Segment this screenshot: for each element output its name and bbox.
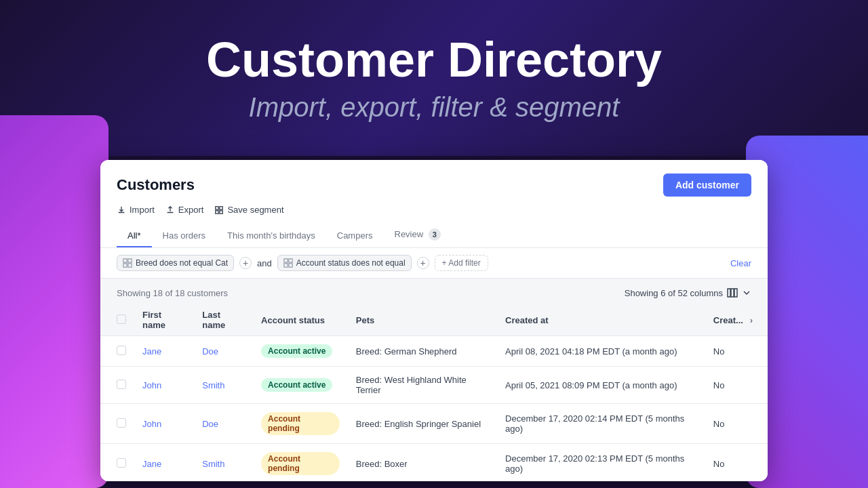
status-badge-0: Account active bbox=[261, 344, 332, 358]
svg-rect-14 bbox=[734, 289, 737, 297]
col-extra[interactable]: Creat... › bbox=[705, 304, 768, 336]
svg-rect-4 bbox=[123, 259, 127, 262]
svg-rect-8 bbox=[284, 259, 288, 262]
page-title: Customers bbox=[117, 176, 195, 194]
row-first-name: Jane bbox=[134, 336, 194, 367]
row-extra: No bbox=[705, 444, 768, 482]
svg-rect-3 bbox=[220, 210, 222, 213]
svg-rect-5 bbox=[128, 259, 132, 262]
table-wrap: First name Last name Account status Pets… bbox=[100, 304, 768, 481]
svg-rect-6 bbox=[123, 264, 127, 267]
last-name-link-1[interactable]: Smith bbox=[202, 380, 224, 390]
title-row: Customers Add customer bbox=[117, 174, 751, 197]
import-button[interactable]: Import bbox=[117, 205, 155, 215]
last-name-link-0[interactable]: Doe bbox=[202, 346, 218, 357]
tab-all[interactable]: All* bbox=[117, 225, 152, 247]
row-extra: No bbox=[705, 404, 768, 444]
row-pets: Breed: German Shepherd bbox=[348, 336, 497, 367]
svg-rect-1 bbox=[220, 206, 222, 209]
table-meta: Showing 18 of 18 customers Showing 6 of … bbox=[100, 279, 768, 304]
svg-rect-2 bbox=[216, 210, 218, 213]
clear-filters-button[interactable]: Clear bbox=[730, 258, 751, 268]
row-checkbox-cell bbox=[100, 336, 134, 367]
tab-birthdays[interactable]: This month's birthdays bbox=[216, 225, 326, 247]
col-created-at[interactable]: Created at bbox=[497, 304, 705, 336]
last-name-link-2[interactable]: Doe bbox=[202, 419, 218, 429]
import-icon bbox=[117, 205, 126, 215]
svg-rect-12 bbox=[728, 289, 730, 297]
table-row: Jane Doe Account active Breed: German Sh… bbox=[100, 336, 768, 367]
save-segment-button[interactable]: Save segment bbox=[214, 205, 283, 215]
row-pets: Breed: English Springer Spaniel bbox=[348, 404, 497, 444]
last-name-link-3[interactable]: Smith bbox=[202, 459, 224, 469]
filter-grid-icon-1 bbox=[123, 258, 132, 268]
card-header: Customers Add customer Import Export Sav… bbox=[100, 160, 768, 248]
svg-rect-10 bbox=[284, 264, 288, 267]
table-row: John Smith Account active Breed: West Hi… bbox=[100, 367, 768, 404]
row-last-name: Smith bbox=[194, 444, 253, 482]
row-checkbox-2[interactable] bbox=[117, 418, 126, 428]
row-last-name: Smith bbox=[194, 367, 253, 404]
scroll-right-arrow[interactable]: › bbox=[743, 312, 760, 328]
filter-chip-1[interactable]: Breed does not equal Cat bbox=[117, 255, 234, 271]
tab-campers[interactable]: Campers bbox=[326, 225, 384, 247]
row-pets: Breed: Boxer bbox=[348, 444, 497, 482]
header-row: First name Last name Account status Pets… bbox=[100, 304, 768, 336]
row-first-name: John bbox=[134, 404, 194, 444]
hero-title: Customer Directory bbox=[206, 33, 662, 87]
row-account-status: Account active bbox=[253, 367, 348, 404]
tab-review[interactable]: Review 3 bbox=[384, 223, 452, 247]
col-pets[interactable]: Pets bbox=[348, 304, 497, 336]
filter-chip-2-label: Account status does not equal bbox=[296, 258, 406, 268]
svg-rect-9 bbox=[289, 259, 292, 262]
select-all-checkbox[interactable] bbox=[117, 314, 126, 324]
row-account-status: Account pending bbox=[253, 444, 348, 482]
svg-rect-0 bbox=[216, 206, 218, 209]
col-first-name[interactable]: First name bbox=[134, 304, 194, 336]
filter-chip-2[interactable]: Account status does not equal bbox=[277, 255, 412, 271]
row-account-status: Account pending bbox=[253, 404, 348, 444]
table-row: John Doe Account pending Breed: English … bbox=[100, 404, 768, 444]
table-row: Jane Smith Account pending Breed: Boxer … bbox=[100, 444, 768, 482]
toolbar: Import Export Save segment bbox=[117, 205, 751, 215]
first-name-link-3[interactable]: Jane bbox=[142, 459, 161, 469]
row-pets: Breed: West Highland White Terrier bbox=[348, 367, 497, 404]
table-body: Jane Doe Account active Breed: German Sh… bbox=[100, 336, 768, 482]
filter-chip-1-label: Breed does not equal Cat bbox=[136, 258, 228, 268]
row-last-name: Doe bbox=[194, 336, 253, 367]
row-checkbox-3[interactable] bbox=[117, 458, 126, 468]
first-name-link-0[interactable]: Jane bbox=[142, 346, 161, 357]
status-badge-2: Account pending bbox=[261, 412, 340, 435]
row-created-at: April 05, 2021 08:09 PM EDT (a month ago… bbox=[497, 367, 705, 404]
hero-subtitle: Import, export, filter & segment bbox=[249, 92, 620, 123]
columns-button[interactable]: Showing 6 of 52 columns bbox=[625, 287, 751, 299]
app-card: Customers Add customer Import Export Sav… bbox=[100, 160, 768, 481]
row-first-name: Jane bbox=[134, 444, 194, 482]
filter-plus-2[interactable]: + bbox=[417, 257, 429, 269]
row-last-name: Doe bbox=[194, 404, 253, 444]
row-created-at: April 08, 2021 04:18 PM EDT (a month ago… bbox=[497, 336, 705, 367]
segment-icon bbox=[214, 205, 224, 215]
hero-background: Customer Directory Import, export, filte… bbox=[0, 0, 868, 156]
showing-count: Showing 18 of 18 customers bbox=[117, 288, 228, 298]
tab-has-orders[interactable]: Has orders bbox=[152, 225, 217, 247]
chevron-down-icon bbox=[742, 288, 751, 298]
review-badge: 3 bbox=[429, 228, 441, 241]
col-account-status[interactable]: Account status bbox=[253, 304, 348, 336]
first-name-link-2[interactable]: John bbox=[142, 419, 161, 429]
export-button[interactable]: Export bbox=[165, 205, 204, 215]
row-created-at: December 17, 2020 02:13 PM EDT (5 months… bbox=[497, 444, 705, 482]
col-last-name[interactable]: Last name bbox=[194, 304, 253, 336]
left-accent bbox=[0, 115, 108, 488]
filter-plus-1[interactable]: + bbox=[239, 257, 252, 269]
add-customer-button[interactable]: Add customer bbox=[663, 174, 751, 197]
first-name-link-1[interactable]: John bbox=[142, 380, 161, 390]
add-filter-button[interactable]: + Add filter bbox=[435, 255, 488, 271]
status-badge-1: Account active bbox=[261, 378, 332, 392]
row-checkbox-0[interactable] bbox=[117, 346, 126, 355]
row-checkbox-cell bbox=[100, 404, 134, 444]
row-checkbox-1[interactable] bbox=[117, 380, 126, 389]
col-checkbox bbox=[100, 304, 134, 336]
svg-rect-11 bbox=[289, 264, 292, 267]
svg-rect-13 bbox=[731, 289, 734, 297]
